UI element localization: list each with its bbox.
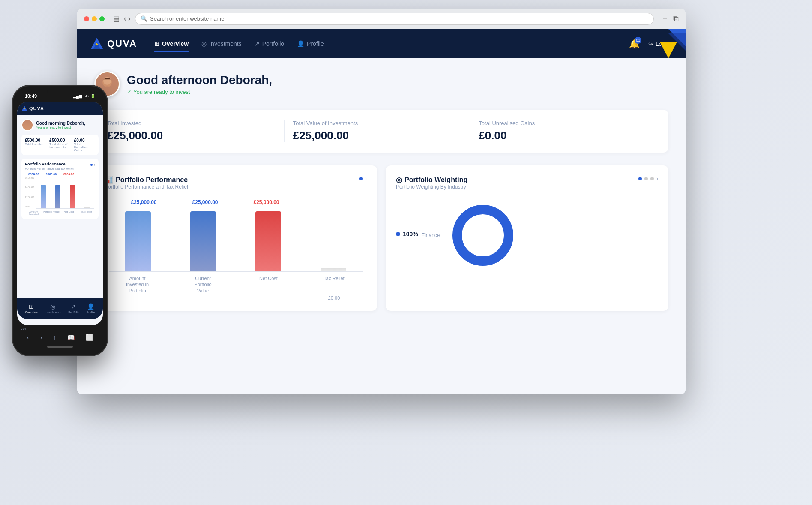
phone-blabel-4: Tax Relief bbox=[78, 210, 95, 216]
phone-shell: 10:49 ▂▄▆ 5G 🔋 QUVA bbox=[13, 86, 107, 355]
wdot-2[interactable] bbox=[644, 177, 648, 180]
home-indicator[interactable] bbox=[47, 346, 73, 348]
phone-bar-wrap-2 bbox=[51, 185, 64, 208]
phone-greeting-text-wrap: Good morning Deborah, You are ready to i… bbox=[36, 121, 85, 129]
safari-tabs[interactable]: ⬜ bbox=[86, 334, 93, 341]
tab-overview-button[interactable]: ⧉ bbox=[673, 14, 679, 23]
wdot-3[interactable] bbox=[650, 177, 654, 180]
portfolio-performance-subtitle: Portfolio Performance and Tax Relief bbox=[105, 184, 188, 190]
portfolio-performance-card: 📊 Portfolio Performance Portfolio Perfor… bbox=[94, 165, 377, 311]
phone-bar-1 bbox=[41, 185, 46, 208]
app-navbar: QUVA ⊞ Overview ◎ Investments ↗ Portfoli… bbox=[77, 29, 686, 58]
fullscreen-button[interactable] bbox=[99, 16, 105, 21]
search-icon: 🔍 bbox=[141, 15, 147, 22]
new-tab-button[interactable]: + bbox=[662, 14, 667, 23]
notifications-button[interactable]: 🔔 03 bbox=[629, 39, 640, 49]
minimize-button[interactable] bbox=[92, 16, 97, 21]
phone-investments-icon: ◎ bbox=[50, 303, 55, 310]
phone-notch: 10:49 ▂▄▆ 5G 🔋 bbox=[17, 90, 103, 102]
phone-nav-portfolio[interactable]: ↗ Portfolio bbox=[68, 303, 79, 314]
legend-dot-finance bbox=[396, 232, 400, 236]
ready-text: You are ready to invest bbox=[133, 89, 190, 95]
chart-navigation: › bbox=[359, 176, 367, 182]
phone-mini-bars bbox=[35, 178, 95, 208]
portfolio-weighting-card: ◎ Portfolio Weighting Portfolio Weightin… bbox=[386, 165, 668, 311]
address-bar[interactable]: 🔍 Search or enter website name bbox=[135, 13, 654, 25]
phone-greeting-title: Good morning Deborah, bbox=[36, 121, 85, 126]
nav-portfolio[interactable]: ↗ Portfolio bbox=[255, 37, 284, 51]
wdot-1[interactable] bbox=[638, 177, 642, 180]
phone-nav-portfolio-label: Portfolio bbox=[68, 311, 79, 314]
safari-share[interactable]: ↑ bbox=[53, 334, 56, 341]
portfolio-icon: ↗ bbox=[255, 40, 260, 47]
browser-chrome: ▤ ‹ › 🔍 Search or enter website name + ⧉ bbox=[77, 9, 686, 29]
font-size-toggle[interactable]: AA bbox=[21, 327, 26, 331]
bar-values-row: £25,000.00 £25,000.00 £25,000.00 bbox=[105, 199, 367, 205]
nav-overview-label: Overview bbox=[162, 40, 189, 47]
phone-bar-4 bbox=[84, 207, 90, 208]
phone-stat-invested-lbl: Total Invested bbox=[25, 143, 46, 146]
phone-chart-subtitle: Portfolio Performance and Tax Relief bbox=[25, 167, 95, 170]
phone-portfolio-icon: ↗ bbox=[71, 303, 76, 310]
bar-label-4: Tax Relief bbox=[301, 275, 367, 294]
bar-val-4: £0.00 bbox=[301, 295, 367, 301]
bar-2-value: £25,000.00 bbox=[174, 199, 236, 205]
bar-1-value: £25,000.00 bbox=[113, 199, 174, 205]
phone-chart-title: Portfolio Performance bbox=[25, 162, 66, 166]
phone-bar-values: £500.00 £500.00 £500.00 bbox=[25, 173, 95, 176]
nav-profile[interactable]: 👤 Profile bbox=[297, 37, 324, 51]
browser-window: ▤ ‹ › 🔍 Search or enter website name + ⧉… bbox=[77, 9, 686, 394]
phone-bar-2 bbox=[55, 185, 60, 208]
svg-marker-4 bbox=[660, 42, 677, 58]
bars-container bbox=[105, 207, 367, 271]
bar-4-value bbox=[297, 199, 358, 205]
phone-app-nav: QUVA bbox=[17, 102, 103, 115]
bar-chart: £25,000.00 £25,000.00 £25,000.00 bbox=[105, 199, 367, 301]
phone-chart-next[interactable]: › bbox=[94, 162, 95, 167]
chart-weighting-header: ◎ Portfolio Weighting Portfolio Weightin… bbox=[396, 176, 658, 197]
phone-dot-active[interactable] bbox=[90, 164, 93, 166]
next-weighting-button[interactable]: › bbox=[656, 176, 658, 182]
safari-bookmarks[interactable]: 📖 bbox=[67, 334, 75, 341]
stat-total-value-label: Total Value of Investments bbox=[293, 120, 461, 126]
phone-nav-profile[interactable]: 👤 Profile bbox=[87, 303, 95, 314]
forward-button[interactable]: › bbox=[128, 14, 131, 23]
stat-total-value: Total Value of Investments £25,000.00 bbox=[285, 120, 470, 142]
bar-group-1 bbox=[109, 211, 167, 271]
phone-bar-wrap-1 bbox=[37, 185, 50, 208]
phone-nav-profile-label: Profile bbox=[87, 311, 95, 314]
phone-nav-investments[interactable]: ◎ Investments bbox=[45, 303, 61, 314]
nav-investments-label: Investments bbox=[209, 40, 241, 47]
phone-bv-3: £500.00 bbox=[60, 173, 78, 176]
phone-safari-bar: AA bbox=[17, 325, 103, 332]
phone-stat-gains: £0.00 Total Unrealised Gains bbox=[74, 138, 95, 152]
bar-group-4 bbox=[304, 268, 363, 271]
sidebar-toggle-icon[interactable]: ▤ bbox=[113, 15, 120, 23]
donut-legend-wrap: 100% Finance bbox=[396, 231, 440, 240]
portfolio-weighting-title: ◎ Portfolio Weighting bbox=[396, 176, 467, 184]
bar-bottom-values: £0.00 bbox=[105, 295, 367, 301]
logo[interactable]: QUVA bbox=[90, 37, 137, 51]
close-button[interactable] bbox=[84, 16, 89, 21]
nav-overview[interactable]: ⊞ Overview bbox=[154, 37, 189, 51]
phone-nav-overview[interactable]: ⊞ Overview bbox=[25, 303, 37, 314]
nav-investments[interactable]: ◎ Investments bbox=[201, 37, 241, 51]
next-chart-button[interactable]: › bbox=[365, 176, 367, 182]
address-text: Search or enter website name bbox=[150, 15, 224, 22]
phone-nav-overview-label: Overview bbox=[25, 311, 37, 314]
back-button[interactable]: ‹ bbox=[124, 14, 126, 23]
phone-status-icons: ▂▄▆ 5G 🔋 bbox=[73, 94, 95, 98]
phone-ready-text: You are ready to invest bbox=[36, 126, 85, 129]
phone-dynamic-island bbox=[47, 87, 73, 96]
phone-chart-nav: › bbox=[90, 162, 95, 167]
phone-bottom-nav: ⊞ Overview ◎ Investments ↗ Portfolio 👤 P… bbox=[17, 298, 103, 319]
legend-pct-finance: 100% bbox=[403, 231, 418, 237]
phone-chart-card: Portfolio Performance › Portfolio Perfor… bbox=[21, 159, 99, 219]
dot-1[interactable] bbox=[359, 177, 363, 180]
safari-back[interactable]: ‹ bbox=[27, 334, 29, 341]
notification-badge: 03 bbox=[635, 37, 641, 44]
bar-2 bbox=[190, 211, 216, 271]
safari-forward[interactable]: › bbox=[40, 334, 42, 341]
chart-performance-header: 📊 Portfolio Performance Portfolio Perfor… bbox=[105, 176, 367, 197]
5g-icon: 5G bbox=[84, 94, 89, 98]
